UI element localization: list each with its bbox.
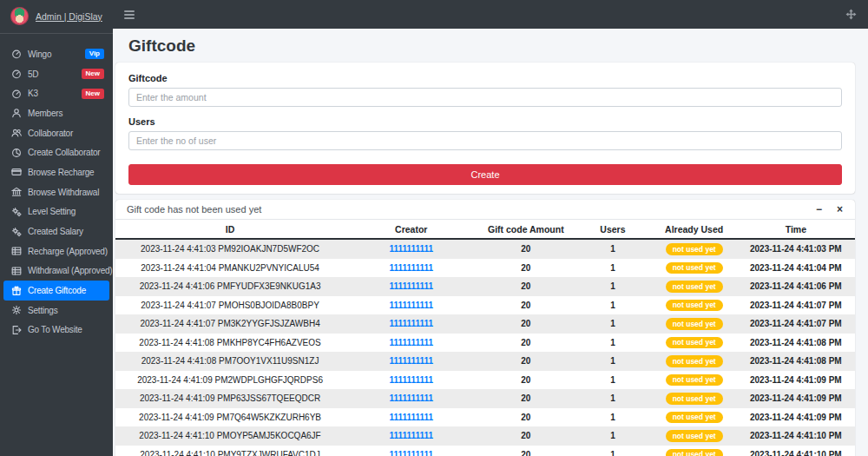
users-icon — [11, 128, 22, 138]
cell-creator: 1111111111 — [345, 239, 477, 259]
cell-time: 2023-11-24 4:41:06 PM — [737, 277, 855, 296]
sidebar-item-create-collaborator[interactable]: Create Collaborator — [3, 142, 109, 162]
cell-users: 1 — [574, 239, 651, 259]
cell-status: not used yet — [652, 296, 737, 315]
column-header-gift-code-amount: Gift code Amount — [477, 220, 574, 239]
cell-users: 1 — [574, 277, 651, 296]
minimize-icon[interactable]: − — [816, 204, 822, 215]
fullscreen-icon[interactable] — [845, 9, 857, 20]
status-badge: not used yet — [666, 449, 723, 456]
creator-link[interactable]: 1111111111 — [389, 244, 433, 254]
creator-link[interactable]: 1111111111 — [389, 356, 433, 366]
cell-id: 2023-11-24 4:41:09 PMP63JSS67TQEEQDCR — [115, 389, 345, 408]
creator-link[interactable]: 1111111111 — [389, 263, 433, 273]
user-icon — [11, 108, 22, 118]
cell-users: 1 — [574, 352, 651, 371]
sidebar-nav: WingoVip5DNewK3NewMembersCollaboratorCre… — [0, 34, 113, 340]
cell-id: 2023-11-24 4:41:03 PM92IOAKJN7D5WF2OC — [115, 239, 345, 259]
sidebar-item-browse-recharge[interactable]: Browse Recharge — [3, 162, 109, 182]
giftcode-table: IDCreatorGift code AmountUsersAlready Us… — [115, 220, 855, 456]
cell-id: 2023-11-24 4:41:09 PM2WDPLGHGFJQRDPS6 — [115, 371, 345, 390]
cell-status: not used yet — [652, 371, 737, 390]
column-header-time: Time — [737, 220, 855, 239]
table-row: 2023-11-24 4:41:10 PMOYP5AMJ5KOCQA6JF111… — [115, 426, 855, 446]
sidebar-item-level-setting[interactable]: Level Setting — [3, 202, 109, 222]
sidebar-item-label: Withdrawal (Approved) — [28, 266, 113, 275]
users-count-input[interactable] — [128, 131, 842, 150]
create-button[interactable]: Create — [128, 164, 842, 185]
sidebar-item-label: Create Collaborator — [28, 148, 100, 157]
cell-time: 2023-11-24 4:41:10 PM — [737, 446, 855, 456]
cogs-icon — [11, 207, 22, 217]
cell-amount: 20 — [477, 296, 574, 315]
creator-link[interactable]: 1111111111 — [389, 281, 433, 291]
table-body: 2023-11-24 4:41:03 PM92IOAKJN7D5WF2OC111… — [115, 239, 855, 456]
sidebar-item-5d[interactable]: 5DNew — [3, 64, 109, 84]
giftcode-results-panel: Gift code has not been used yet − × IDCr… — [115, 200, 855, 456]
cell-id: 2023-11-24 4:41:07 PMOHS0BJOIDA8B0BPY — [115, 296, 345, 315]
creator-link[interactable]: 1111111111 — [389, 413, 433, 422]
cell-time: 2023-11-24 4:41:04 PM — [737, 259, 855, 278]
cell-time: 2023-11-24 4:41:10 PM — [737, 426, 855, 446]
cell-id: 2023-11-24 4:41:04 PMANKU2PVNYICALU54 — [115, 259, 345, 278]
sidebar-item-collaborator[interactable]: Collaborator — [3, 123, 109, 143]
cell-status: not used yet — [652, 352, 737, 371]
cell-users: 1 — [574, 314, 651, 334]
sidebar-item-withdrawal-approved[interactable]: Withdrawal (Approved) — [3, 261, 109, 281]
sidebar-item-wingo[interactable]: WingoVip — [3, 44, 109, 64]
column-header-creator: Creator — [345, 220, 477, 239]
cell-id: 2023-11-24 4:41:09 PM7Q64W5KZKZURH6YB — [115, 408, 345, 427]
gauge-icon — [11, 89, 22, 99]
sidebar-item-label: Go To Website — [28, 325, 82, 334]
cell-users: 1 — [574, 426, 651, 446]
sidebar-item-members[interactable]: Members — [3, 103, 109, 123]
giftcode-amount-input[interactable] — [128, 88, 842, 107]
cell-time: 2023-11-24 4:41:08 PM — [737, 352, 855, 371]
sidebar-item-label: Wingo — [28, 50, 51, 59]
giftcode-label: Giftcode — [128, 73, 842, 83]
creator-link[interactable]: 1111111111 — [389, 338, 433, 347]
cell-time: 2023-11-24 4:41:09 PM — [737, 389, 855, 408]
table-header-row: IDCreatorGift code AmountUsersAlready Us… — [115, 220, 855, 239]
sidebar-item-settings[interactable]: Settings — [3, 301, 109, 321]
cell-status: not used yet — [652, 239, 737, 259]
status-badge: not used yet — [666, 412, 723, 424]
cell-time: 2023-11-24 4:41:07 PM — [737, 296, 855, 315]
creator-link[interactable]: 1111111111 — [389, 450, 433, 456]
brand-link[interactable]: Admin | DigiSlay — [36, 11, 102, 22]
cell-creator: 1111111111 — [345, 334, 477, 353]
creator-link[interactable]: 1111111111 — [389, 431, 433, 440]
cell-time: 2023-11-24 4:41:09 PM — [737, 408, 855, 427]
topbar — [113, 0, 868, 29]
table-row: 2023-11-24 4:41:06 PMFYUDFX3E9NKUG1A3111… — [115, 277, 855, 296]
gauge-icon — [11, 49, 22, 59]
sidebar-item-k3[interactable]: K3New — [3, 83, 109, 103]
cell-users: 1 — [574, 446, 651, 456]
cell-creator: 1111111111 — [345, 371, 477, 390]
sidebar-item-label: Browse Recharge — [28, 168, 94, 177]
close-icon[interactable]: × — [837, 204, 843, 215]
status-badge: not used yet — [666, 430, 723, 442]
creator-link[interactable]: 1111111111 — [389, 375, 433, 385]
cell-amount: 20 — [477, 408, 574, 427]
cell-status: not used yet — [652, 277, 737, 296]
cell-time: 2023-11-24 4:41:09 PM — [737, 371, 855, 390]
column-header-already-used: Already Used — [652, 220, 737, 239]
sidebar-item-label: Browse Withdrawal — [28, 188, 99, 197]
sidebar-item-go-to-website[interactable]: Go To Website — [3, 321, 109, 340]
cell-id: 2023-11-24 4:41:10 PMY9TZXJWRUFAVC1DJ — [115, 446, 345, 456]
sidebar-item-browse-withdrawal[interactable]: Browse Withdrawal — [3, 182, 109, 202]
creator-link[interactable]: 1111111111 — [389, 301, 433, 310]
status-badge: not used yet — [666, 243, 723, 255]
cell-amount: 20 — [477, 371, 574, 390]
hamburger-menu-icon[interactable] — [124, 9, 135, 21]
sidebar-brand[interactable]: Admin | DigiSlay — [0, 0, 113, 34]
sidebar-item-label: K3 — [28, 89, 38, 98]
creator-link[interactable]: 1111111111 — [389, 393, 433, 403]
sidebar-item-created-salary[interactable]: Created Salary — [3, 221, 109, 241]
sidebar-item-create-giftcode[interactable]: Create Giftcode — [3, 281, 109, 301]
sidebar-item-recharge-approved[interactable]: Recharge (Approved) — [3, 241, 109, 261]
bank-icon — [11, 187, 22, 197]
creator-link[interactable]: 1111111111 — [389, 319, 433, 328]
table-row: 2023-11-24 4:41:07 PM3K2YYGFJSJZAWBH4111… — [115, 314, 855, 334]
